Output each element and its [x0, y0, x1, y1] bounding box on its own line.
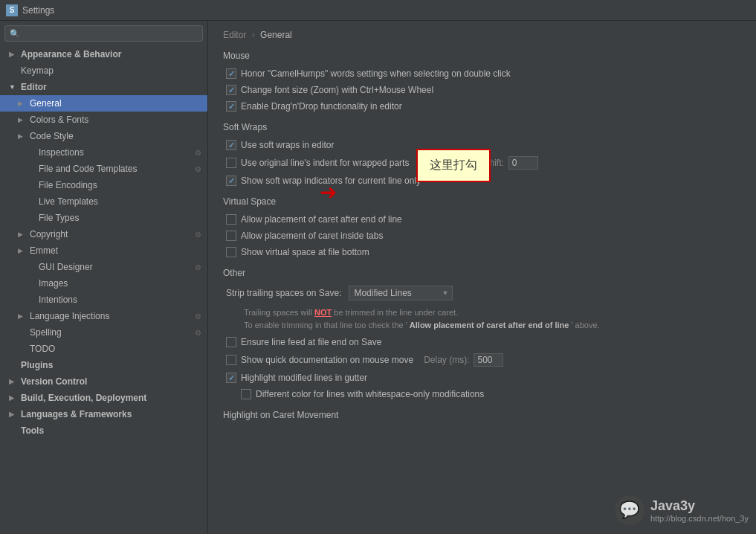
- checkbox-drag-drop[interactable]: [226, 101, 236, 112]
- label-original-indent: Use original line's indent for wrapped p…: [241, 158, 409, 168]
- sidebar-item-todo[interactable]: TODO: [0, 341, 207, 357]
- sidebar: 🔍 ▶ Appearance & Behavior Keymap ▼ Edito…: [0, 21, 208, 534]
- sidebar-item-images[interactable]: Images: [0, 275, 207, 292]
- checkbox-quick-docs[interactable]: [226, 355, 236, 365]
- sidebar-item-intentions[interactable]: Intentions: [0, 292, 207, 308]
- arrow-icon: ▶: [18, 132, 27, 140]
- sidebar-label: Live Templates: [39, 196, 98, 207]
- sidebar-item-version-control[interactable]: ▶ Version Control: [0, 373, 207, 390]
- sidebar-item-file-types[interactable]: File Types: [0, 210, 207, 226]
- not-text: NOT: [314, 308, 332, 317]
- sidebar-label: Inspections: [39, 147, 84, 158]
- sidebar-item-language-injections[interactable]: ▶ Language Injections ⚙: [0, 308, 207, 324]
- watermark-name: Java3y: [650, 498, 695, 514]
- sidebar-item-copyright[interactable]: ▶ Copyright ⚙: [0, 226, 207, 242]
- delay-input[interactable]: [474, 353, 503, 367]
- note-part-3: To enable trimming in that line too chec…: [244, 321, 407, 329]
- label-use-soft-wraps: Use soft wraps in editor: [241, 140, 334, 150]
- option-caret-inside-tabs: Allow placement of caret inside tabs: [223, 231, 741, 241]
- arrow-icon: ▶: [9, 394, 18, 402]
- option-highlight-modified: Highlight modified lines in gutter: [223, 373, 741, 383]
- window-title: Settings: [22, 5, 54, 16]
- arrow-icon: [9, 427, 18, 434]
- sidebar-label: Code Style: [30, 131, 74, 141]
- main-layout: 🔍 ▶ Appearance & Behavior Keymap ▼ Edito…: [0, 21, 756, 534]
- label-highlight-modified: Highlight modified lines in gutter: [241, 373, 367, 383]
- note-part-4: ' above.: [571, 321, 599, 329]
- sidebar-item-keymap[interactable]: Keymap: [0, 62, 207, 79]
- title-bar: S Settings: [0, 0, 756, 21]
- other-title: Other: [223, 268, 741, 278]
- checkbox-different-color[interactable]: [241, 389, 251, 399]
- virtual-space-section: Virtual Space Allow placement of caret a…: [223, 196, 741, 257]
- sidebar-item-inspections[interactable]: Inspections ⚙: [0, 144, 207, 161]
- settings-icon: ⚙: [195, 165, 201, 173]
- sidebar-item-plugins[interactable]: Plugins: [0, 357, 207, 373]
- sidebar-label: TODO: [30, 344, 55, 354]
- checkbox-caret-after-end[interactable]: [226, 214, 236, 225]
- sidebar-item-spelling[interactable]: Spelling ⚙: [0, 324, 207, 341]
- checkbox-virtual-space-bottom[interactable]: [226, 247, 236, 257]
- arrow-icon: ▶: [9, 378, 18, 385]
- settings-icon: ⚙: [195, 312, 201, 321]
- arrow-icon: [9, 361, 18, 369]
- sidebar-item-tools[interactable]: Tools: [0, 422, 207, 439]
- search-box[interactable]: 🔍: [4, 25, 203, 42]
- sidebar-item-code-style[interactable]: ▶ Code Style: [0, 128, 207, 144]
- tooltip-text: 这里打勾: [430, 158, 477, 171]
- strip-trailing-label: Strip trailing spaces on Save:: [226, 288, 341, 298]
- note-part-1: Trailing spaces will: [244, 308, 314, 317]
- checkbox-highlight-modified[interactable]: [226, 373, 236, 383]
- label-different-color: Different color for lines with whitespac…: [256, 389, 484, 399]
- trailing-note: Trailing spaces will NOT be trimmed in t…: [223, 306, 741, 331]
- mouse-section-title: Mouse: [223, 51, 741, 61]
- sidebar-item-editor[interactable]: ▼ Editor: [0, 79, 207, 95]
- sidebar-label: General: [30, 98, 62, 109]
- checkbox-camel-humps[interactable]: [226, 68, 236, 79]
- sidebar-item-general[interactable]: ▶ General: [0, 95, 207, 112]
- sidebar-item-file-encodings[interactable]: File Encodings: [0, 177, 207, 193]
- sidebar-item-file-code-templates[interactable]: File and Code Templates ⚙: [0, 161, 207, 177]
- arrow-icon: [27, 181, 36, 189]
- sidebar-item-emmet[interactable]: ▶ Emmet: [0, 242, 207, 259]
- sidebar-item-build-execution[interactable]: ▶ Build, Execution, Deployment: [0, 390, 207, 406]
- label-quick-docs: Show quick documentation on mouse move: [241, 355, 413, 365]
- sidebar-label: File Encodings: [39, 180, 97, 190]
- sidebar-item-languages-frameworks[interactable]: ▶ Languages & Frameworks: [0, 406, 207, 422]
- sidebar-label: Languages & Frameworks: [21, 409, 132, 419]
- search-input[interactable]: [23, 28, 198, 39]
- sidebar-label: Colors & Fonts: [30, 115, 88, 125]
- checkbox-font-zoom[interactable]: [226, 85, 236, 95]
- checkbox-soft-wrap-indicators[interactable]: [226, 176, 236, 186]
- highlight-caret-title: Highlight on Caret Movement: [223, 410, 741, 420]
- settings-icon: ⚙: [195, 263, 201, 271]
- option-drag-drop: Enable Drag'n'Drop functionality in edit…: [223, 101, 741, 112]
- red-arrow: ➜: [320, 180, 337, 205]
- highlight-caret-section: Highlight on Caret Movement: [223, 410, 741, 420]
- sidebar-label: Editor: [21, 82, 47, 92]
- checkbox-original-indent[interactable]: [226, 158, 236, 168]
- checkbox-ensure-line-feed[interactable]: [226, 337, 236, 347]
- label-ensure-line-feed: Ensure line feed at file end on Save: [241, 337, 381, 347]
- watermark: 💬 Java3y http://blog.csdn.net/hon_3y: [615, 495, 749, 525]
- label-caret-inside-tabs: Allow placement of caret inside tabs: [241, 231, 383, 241]
- sidebar-item-gui-designer[interactable]: GUI Designer ⚙: [0, 259, 207, 275]
- strip-trailing-select[interactable]: None Modified Lines All: [349, 286, 453, 300]
- arrow-icon: [18, 345, 27, 353]
- app-icon: S: [6, 4, 18, 16]
- other-section: Other Strip trailing spaces on Save: Non…: [223, 268, 741, 399]
- label-caret-after-end: Allow placement of caret after end of li…: [241, 214, 402, 225]
- arrow-icon: [27, 149, 36, 156]
- sidebar-item-appearance[interactable]: ▶ Appearance & Behavior: [0, 46, 207, 62]
- arrow-icon: [27, 263, 36, 271]
- option-quick-docs: Show quick documentation on mouse move D…: [223, 353, 741, 367]
- sidebar-item-live-templates[interactable]: Live Templates: [0, 193, 207, 210]
- arrow-icon: ▶: [9, 411, 18, 418]
- checkbox-use-soft-wraps[interactable]: [226, 140, 236, 150]
- arrow-icon: ▶: [18, 100, 27, 107]
- sidebar-item-colors-fonts[interactable]: ▶ Colors & Fonts: [0, 112, 207, 128]
- strip-trailing-select-wrapper[interactable]: None Modified Lines All: [349, 286, 453, 300]
- additional-shift-input[interactable]: [508, 156, 538, 170]
- arrow-icon: ▶: [18, 247, 27, 254]
- checkbox-caret-inside-tabs[interactable]: [226, 231, 236, 241]
